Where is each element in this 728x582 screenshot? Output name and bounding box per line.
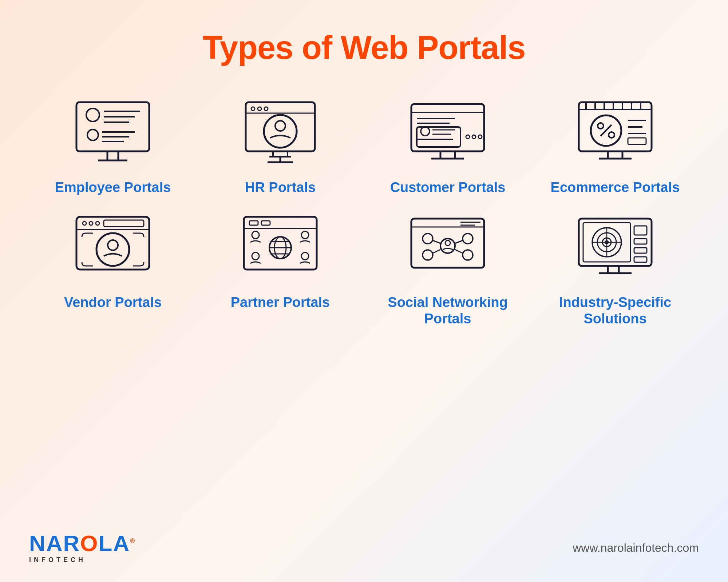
svg-point-15	[264, 107, 268, 111]
svg-point-79	[301, 252, 309, 260]
portal-item-social: Social Networking Portals	[364, 211, 531, 327]
portal-item-industry: Industry-Specific Solutions	[531, 211, 699, 327]
svg-point-35	[478, 135, 482, 139]
svg-point-34	[472, 135, 476, 139]
svg-point-86	[423, 234, 433, 244]
svg-line-92	[433, 250, 440, 253]
svg-rect-63	[104, 220, 144, 227]
social-networking-portal-icon	[404, 211, 491, 283]
svg-point-85	[445, 240, 450, 246]
customer-portal-icon	[404, 96, 491, 168]
vendor-portal-label: Vendor Portals	[64, 294, 162, 311]
website-url: www.narolainfotech.com	[573, 541, 699, 555]
svg-point-62	[96, 222, 99, 225]
customer-portal-label: Customer Portals	[390, 179, 506, 196]
svg-point-89	[463, 250, 473, 260]
svg-rect-105	[634, 257, 647, 262]
svg-point-49	[598, 123, 604, 129]
svg-line-51	[601, 125, 612, 136]
svg-rect-68	[249, 221, 258, 225]
svg-rect-80	[411, 219, 484, 268]
vendor-portal-icon	[69, 211, 157, 283]
svg-rect-69	[261, 221, 270, 225]
employee-portal-label: Employee Portals	[55, 179, 171, 196]
industry-specific-portal-label: Industry-Specific Solutions	[531, 294, 699, 327]
portal-item-customer: Customer Portals	[364, 96, 531, 196]
svg-point-78	[252, 252, 259, 260]
footer: NAROLA® INFOTECH www.narolainfotech.com	[0, 532, 728, 564]
svg-rect-59	[76, 217, 149, 270]
portal-item-employee: Employee Portals	[29, 96, 197, 196]
svg-point-88	[423, 250, 433, 260]
svg-line-93	[455, 250, 463, 253]
svg-point-60	[83, 222, 86, 225]
logo-area: NAROLA® INFOTECH	[29, 532, 135, 564]
svg-point-13	[251, 107, 255, 111]
portal-item-vendor: Vendor Portals	[29, 211, 197, 327]
svg-point-1	[86, 108, 99, 121]
svg-point-50	[609, 132, 614, 138]
hr-portal-label: HR Portals	[245, 179, 316, 196]
svg-rect-103	[634, 239, 647, 244]
portal-item-partner: Partner Portals	[197, 211, 364, 327]
svg-point-66	[108, 240, 118, 250]
page-title: Types of Web Portals	[0, 0, 728, 67]
hr-portal-icon	[237, 96, 324, 168]
svg-rect-102	[634, 226, 647, 235]
svg-point-33	[466, 135, 470, 139]
svg-point-5	[87, 129, 98, 140]
logo-subtitle: INFOTECH	[29, 556, 86, 564]
svg-line-90	[433, 240, 440, 243]
ecommerce-portal-label: Ecommerce Portals	[551, 179, 680, 196]
portal-item-hr: HR Portals	[197, 96, 364, 196]
svg-point-61	[89, 222, 93, 225]
ecommerce-portal-icon	[571, 96, 659, 168]
partner-portal-label: Partner Portals	[231, 294, 330, 311]
portals-grid: Employee Portals	[0, 96, 728, 327]
svg-rect-0	[76, 102, 149, 151]
portal-item-ecommerce: Ecommerce Portals	[531, 96, 699, 196]
svg-point-76	[252, 231, 259, 239]
social-networking-portal-label: Social Networking Portals	[364, 294, 531, 327]
svg-rect-104	[634, 248, 647, 253]
registered-symbol: ®	[130, 537, 135, 545]
svg-point-77	[301, 231, 309, 239]
svg-point-14	[258, 107, 261, 111]
logo-text: NAROLA®	[29, 532, 135, 555]
employee-portal-icon	[69, 96, 157, 168]
svg-line-91	[455, 240, 463, 243]
svg-rect-55	[628, 138, 646, 144]
svg-point-87	[463, 234, 473, 244]
svg-rect-12	[246, 102, 315, 151]
partner-portal-icon	[237, 211, 324, 283]
svg-point-29	[421, 127, 430, 136]
logo-highlight: O	[80, 531, 98, 556]
industry-specific-portal-icon	[571, 211, 659, 283]
svg-point-18	[275, 121, 285, 131]
